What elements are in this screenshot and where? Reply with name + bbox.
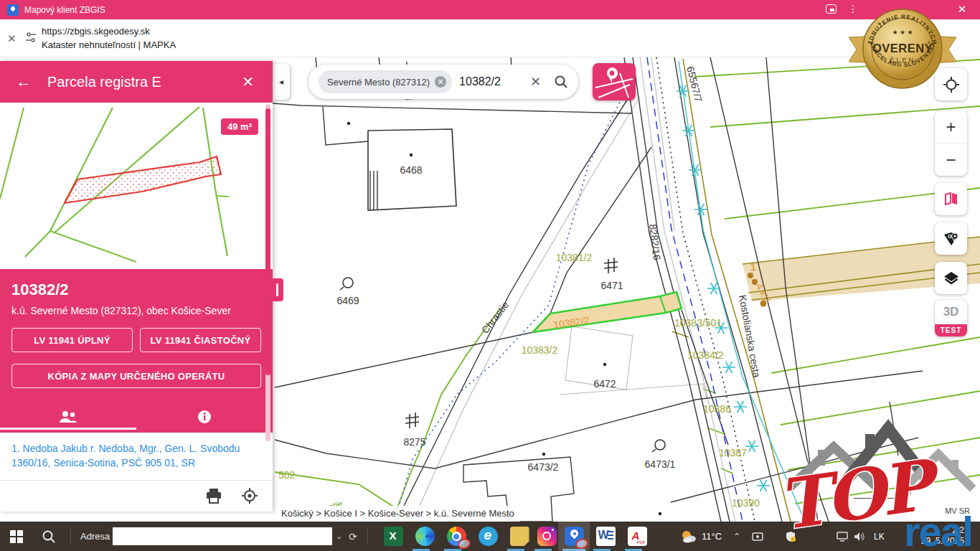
svg-text:6473/2: 6473/2 [528, 461, 559, 473]
parcel-subtitle: k.ú. Severné Mesto (827312), obec Košice… [11, 305, 261, 316]
search-icon[interactable] [554, 75, 568, 89]
svg-text:6472: 6472 [593, 378, 616, 390]
split-view-button[interactable] [935, 183, 967, 215]
parcel-info: 10382/2 k.ú. Severné Mesto (827312), obe… [0, 269, 273, 388]
svg-text:10381/2: 10381/2 [556, 252, 593, 263]
address-dropdown-chevron[interactable]: ⌄ [336, 522, 342, 551]
locate-parcel-button[interactable] [241, 487, 258, 504]
search-input[interactable]: 10382/2 [459, 75, 530, 88]
chip-remove-icon[interactable]: ✕ [435, 76, 446, 88]
tab-info[interactable] [136, 404, 273, 430]
area-badge: 49 m² [221, 118, 258, 135]
zoom-out-button[interactable]: − [935, 143, 967, 176]
divider [0, 480, 273, 481]
svg-text:6473/1: 6473/1 [645, 458, 676, 470]
taskbar-app-zbgis-map[interactable] [558, 522, 590, 551]
map-canvas[interactable]: 6468 6469 6471 6472 6473/2 6473/1 8275 8… [273, 57, 980, 522]
close-icon[interactable]: ✕ [7, 32, 17, 45]
window-title: Mapový klient ZBGIS [24, 5, 105, 15]
extension-icon[interactable] [826, 4, 837, 14]
street-view-button[interactable]: G [935, 222, 967, 255]
3d-test-badge: TEST [935, 324, 967, 336]
svg-text:Chrastie: Chrastie [479, 299, 512, 336]
search-collapse-button[interactable]: ◂ [273, 64, 290, 100]
lv-full-button[interactable]: LV 11941 ÚPLNÝ [11, 328, 133, 352]
taskbar-app-acrobat[interactable]: A PDF [621, 522, 653, 551]
parcel-number: 10382/2 [11, 281, 261, 299]
window-titlebar: Mapový klient ZBGIS ⋮ ✕ [0, 0, 980, 19]
page-title-text: Kataster nehnuteľností | MAPKA [42, 38, 176, 52]
url-text[interactable]: https://zbgis.skgeodesy.sk [42, 24, 176, 38]
svg-text:6471: 6471 [600, 280, 623, 291]
address-toolbar-label: Adresa [80, 522, 110, 551]
start-button[interactable] [10, 522, 23, 551]
owner-link[interactable]: 1. Nedoba Jakub r. Nedoba, Mgr., Gen. L.… [0, 433, 273, 479]
clock-date: 29. 5. 2025 [921, 536, 964, 547]
svg-text:Kostolianska cesta: Kostolianska cesta [737, 294, 763, 379]
overeny-seal: ZDRUŽENIE REALITNÝCH ★ ★ ★ OVERENÝ ČLEN … [849, 4, 956, 90]
address-toolbar-input[interactable] [113, 527, 332, 545]
refresh-icon[interactable]: ⟳ [349, 522, 357, 551]
taskbar-app-word[interactable]: W [590, 522, 621, 551]
svg-text:502: 502 [278, 469, 296, 481]
print-button[interactable] [205, 487, 222, 504]
layers-button[interactable] [935, 262, 967, 294]
tray-expand-chevron[interactable]: ⌃ [733, 522, 740, 551]
clear-search-icon[interactable]: ✕ [530, 74, 541, 90]
taskbar-search-button[interactable] [42, 522, 56, 551]
language-indicator[interactable]: LK [874, 522, 885, 551]
scale-bar [854, 498, 900, 499]
panel-scrollbar-thumb[interactable] [265, 108, 270, 375]
search-chip[interactable]: Severné Mesto (827312) ✕ [319, 70, 452, 93]
svg-text:8282/16: 8282/16 [647, 223, 663, 260]
zoom-in-button[interactable]: + [935, 111, 967, 143]
tray-volume-icon[interactable] [854, 522, 867, 551]
svg-text:10390: 10390 [732, 497, 760, 509]
svg-text:6469: 6469 [336, 295, 359, 306]
tray-network-icon[interactable] [837, 522, 848, 551]
map-copy-button[interactable]: KÓPIA Z MAPY URČENÉHO OPERÁTU [11, 364, 261, 388]
svg-text:10383/501: 10383/501 [674, 317, 722, 329]
panel-tabs [0, 404, 273, 430]
search-chip-label: Severné Mesto (827312) [327, 77, 430, 88]
basemap-switcher-button[interactable] [593, 63, 636, 100]
svg-text:10383/2: 10383/2 [522, 344, 558, 356]
3d-mode-button[interactable]: 3D [935, 300, 967, 324]
clock[interactable]: 2:2 29. 5. 2025 [921, 525, 964, 547]
svg-text:8275: 8275 [403, 436, 425, 448]
active-tab-indicator [0, 428, 136, 430]
panel-close-icon[interactable]: ✕ [242, 73, 254, 90]
weather-widget[interactable]: 11°C [680, 522, 722, 551]
seal-center: OVERENÝ [872, 42, 933, 55]
tray-camera-icon[interactable] [752, 522, 763, 551]
taskbar-app-excel[interactable]: X [377, 522, 409, 551]
search-bar[interactable]: Severné Mesto (827312) ✕ 10382/2 ✕ [308, 65, 578, 99]
lv-partial-button[interactable]: LV 11941 ČIASTOČNÝ [140, 328, 261, 352]
tray-security-shield-icon[interactable]: ! [785, 522, 796, 551]
tune-icon[interactable] [26, 32, 36, 43]
cadastral-map: 6468 6469 6471 6472 6473/2 6473/1 8275 8… [273, 57, 980, 522]
app-icon [7, 4, 19, 16]
panel-title: Parcela registra E [47, 74, 242, 90]
taskbar-app-internet-explorer[interactable]: e [472, 522, 504, 551]
panel-drag-handle[interactable] [271, 278, 283, 301]
owner-section: 1. Nedoba Jakub r. Nedoba, Mgr., Gen. L.… [0, 433, 273, 512]
scale-label: 0 m [898, 487, 911, 496]
panel-header: ← Parcela registra E ✕ [0, 61, 273, 103]
parcel-detail-panel: ← Parcela registra E ✕ 49 m² 10382/2 k.ú [0, 61, 273, 512]
tab-owners[interactable] [0, 404, 136, 430]
map-attribution: MV SR [945, 507, 970, 515]
taskbar-app-chrome[interactable] [440, 522, 472, 551]
clock-time: 2:2 [921, 525, 964, 536]
seal-stars: ★ ★ ★ [892, 29, 913, 36]
svg-text:10386: 10386 [703, 403, 731, 415]
info-icon [197, 410, 212, 424]
sketch-highlighted-parcel [65, 156, 221, 203]
weather-icon [680, 529, 697, 544]
people-icon [59, 410, 77, 424]
taskbar-app-edge[interactable] [409, 522, 440, 551]
svg-text:6468: 6468 [400, 164, 422, 176]
breadcrumb[interactable]: Košický > Košice I > Košice-Sever > k.ú.… [275, 506, 520, 522]
back-arrow-icon[interactable]: ← [16, 72, 32, 91]
svg-text:10387: 10387 [719, 447, 747, 458]
